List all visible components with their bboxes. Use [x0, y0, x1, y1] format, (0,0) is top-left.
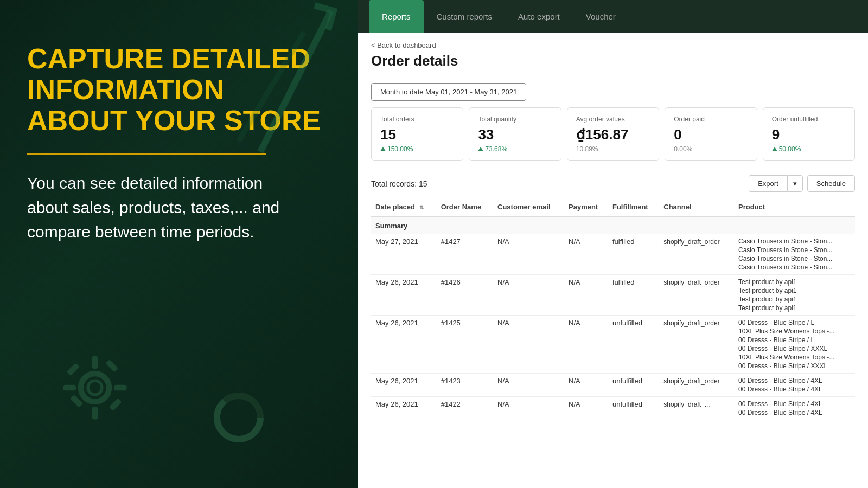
cell-product: 00 Dresss - Blue Stripe / L10XL Plus Siz…: [734, 316, 855, 374]
stat-label-total-quantity: Total quantity: [478, 115, 552, 123]
tab-voucher[interactable]: Voucher: [573, 0, 629, 33]
cell-date: May 26, 2021: [371, 397, 437, 420]
cell-fulfillment: fulfilled: [608, 234, 659, 275]
product-item: Casio Trousers in Stone - Ston...: [738, 264, 851, 271]
product-item: Test product by api1: [738, 304, 851, 312]
product-item: Casio Trousers in Stone - Ston...: [738, 246, 851, 254]
table-row: May 26, 2021 #1423 N/A N/A unfulfilled s…: [371, 374, 855, 397]
cell-order-name: #1426: [437, 275, 493, 316]
col-channel: Channel: [659, 197, 734, 217]
product-item: 00 Dresss - Blue Stripe / 4XL: [738, 409, 851, 416]
stat-change-avg-order: 10.89%: [576, 145, 650, 153]
product-item: 00 Dresss - Blue Stripe / XXXL: [738, 345, 851, 352]
product-item: 00 Dresss - Blue Stripe / XXXL: [738, 362, 851, 370]
cell-channel: shopify_draft_order: [659, 234, 734, 275]
stat-card-avg-order: Avg order values ₫156.87 10.89%: [567, 107, 659, 161]
cell-channel: shopify_draft_order: [659, 275, 734, 316]
cell-product: 00 Dresss - Blue Stripe / 4XL00 Dresss -…: [734, 374, 855, 397]
cell-email: N/A: [493, 234, 564, 275]
cell-payment: N/A: [564, 316, 608, 374]
product-item: Casio Trousers in Stone - Ston...: [738, 255, 851, 262]
stat-change-total-quantity: 73.68%: [478, 145, 552, 153]
cell-product: Casio Trousers in Stone - Ston...Casio T…: [734, 234, 855, 275]
orders-table: Date placed ⇅ Order Name Customer email …: [371, 197, 855, 420]
col-payment: Payment: [564, 197, 608, 217]
cell-order-name: #1422: [437, 397, 493, 420]
content-area: < Back to dashboard Order details Month …: [358, 33, 868, 488]
date-filter-button[interactable]: Month to date May 01, 2021 - May 31, 202…: [371, 83, 526, 101]
cell-fulfillment: unfulfilled: [608, 316, 659, 374]
product-item: Test product by api1: [738, 287, 851, 294]
export-button[interactable]: Export: [749, 175, 787, 192]
cell-email: N/A: [493, 397, 564, 420]
subtext: You can see detailed information about s…: [27, 171, 298, 244]
product-item: 00 Dresss - Blue Stripe / 4XL: [738, 377, 851, 384]
col-date-placed[interactable]: Date placed ⇅: [371, 197, 437, 217]
cell-date: May 26, 2021: [371, 275, 437, 316]
svg-line-0: [260, 11, 331, 152]
stat-card-order-paid: Order paid 0 0.00%: [665, 107, 757, 161]
product-item: 00 Dresss - Blue Stripe / L: [738, 336, 851, 344]
col-order-name: Order Name: [437, 197, 493, 217]
cell-email: N/A: [493, 316, 564, 374]
cell-date: May 26, 2021: [371, 316, 437, 374]
cell-payment: N/A: [564, 397, 608, 420]
cell-payment: N/A: [564, 275, 608, 316]
cell-order-name: #1425: [437, 316, 493, 374]
cell-order-name: #1423: [437, 374, 493, 397]
back-link[interactable]: < Back to dashboard: [371, 41, 855, 49]
table-row: May 26, 2021 #1422 N/A N/A unfulfilled s…: [371, 397, 855, 420]
col-product: Product: [734, 197, 855, 217]
svg-point-2: [81, 374, 109, 402]
product-item: Casio Trousers in Stone - Ston...: [738, 237, 851, 245]
cell-payment: N/A: [564, 234, 608, 275]
stat-value-order-unfulfilled: 9: [772, 126, 846, 143]
product-item: Test product by api1: [738, 296, 851, 303]
table-area: Total records: 15 Export ▾ Schedule Date…: [358, 170, 868, 488]
stat-card-order-unfulfilled: Order unfulfilled 9 50.00%: [763, 107, 855, 161]
left-panel: CAPTURE DETAILED INFORMATION ABOUT YOUR …: [0, 0, 358, 488]
triangle-up-icon-3: [772, 147, 777, 151]
export-dropdown-button[interactable]: ▾: [787, 175, 803, 192]
page-header: < Back to dashboard Order details: [358, 33, 868, 76]
svg-rect-11: [105, 359, 118, 373]
tab-reports[interactable]: Reports: [369, 0, 424, 33]
right-panel: Reports Custom reports Auto export Vouch…: [358, 0, 868, 488]
svg-point-3: [88, 381, 102, 395]
stat-label-order-paid: Order paid: [674, 115, 748, 123]
tab-auto-export[interactable]: Auto export: [505, 0, 573, 33]
svg-rect-4: [92, 356, 98, 369]
stat-value-avg-order: ₫156.87: [576, 126, 650, 143]
cell-email: N/A: [493, 374, 564, 397]
schedule-button[interactable]: Schedule: [807, 175, 855, 192]
product-item: 00 Dresss - Blue Stripe / L: [738, 319, 851, 326]
summary-label: Summary: [371, 217, 855, 234]
cell-email: N/A: [493, 275, 564, 316]
cell-channel: shopify_draft_order: [659, 316, 734, 374]
date-filter-bar: Month to date May 01, 2021 - May 31, 202…: [358, 76, 868, 107]
product-item: 10XL Plus Size Womens Tops -...: [738, 354, 851, 361]
triangle-up-icon: [380, 147, 386, 151]
top-nav: Reports Custom reports Auto export Vouch…: [358, 0, 868, 33]
sort-icon: ⇅: [419, 204, 424, 210]
svg-rect-6: [63, 385, 76, 390]
page-title: Order details: [371, 53, 855, 69]
table-row: May 27, 2021 #1427 N/A N/A fulfilled sho…: [371, 234, 855, 275]
gear-large-icon: [60, 352, 130, 423]
stat-card-total-quantity: Total quantity 33 73.68%: [469, 107, 561, 161]
stat-value-total-quantity: 33: [478, 126, 552, 143]
cell-date: May 27, 2021: [371, 234, 437, 275]
toolbar-buttons: Export ▾ Schedule: [749, 175, 855, 192]
stat-label-avg-order: Avg order values: [576, 115, 650, 123]
stat-change-order-unfulfilled: 50.00%: [772, 145, 846, 153]
tab-custom-reports[interactable]: Custom reports: [424, 0, 506, 33]
table-row: May 26, 2021 #1426 N/A N/A fulfilled sho…: [371, 275, 855, 316]
cell-product: Test product by api1Test product by api1…: [734, 275, 855, 316]
product-item: 00 Dresss - Blue Stripe / 4XL: [738, 386, 851, 393]
arrow-decoration-icon: [233, 0, 342, 163]
cell-order-name: #1427: [437, 234, 493, 275]
stat-value-order-paid: 0: [674, 126, 748, 143]
cell-channel: shopify_draft_order: [659, 374, 734, 397]
stat-change-order-paid: 0.00%: [674, 145, 748, 153]
svg-rect-7: [114, 385, 126, 390]
